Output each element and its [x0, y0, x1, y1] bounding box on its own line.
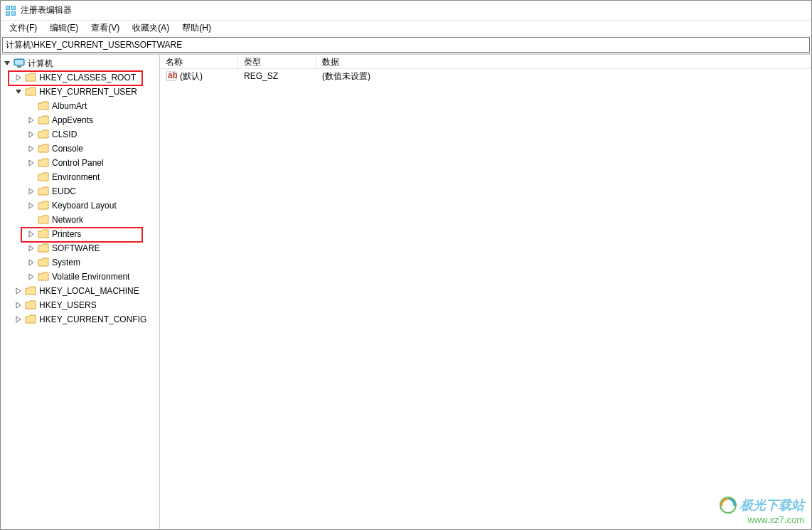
list-header: 名称 类型 数据: [160, 55, 811, 69]
tree-node-hkcc[interactable]: HKEY_CURRENT_CONFIG: [1, 312, 159, 327]
tree-node-volatile[interactable]: Volatile Environment: [1, 270, 159, 284]
expander-closed-icon[interactable]: [26, 115, 36, 125]
value-type: REG_SZ: [238, 71, 316, 81]
tree-node-appevents[interactable]: AppEvents: [1, 113, 159, 127]
tree-label: AppEvents: [52, 115, 93, 125]
tree-label: Volatile Environment: [52, 272, 129, 282]
tree-node-computer[interactable]: 计算机: [1, 56, 159, 70]
tree-label: CLSID: [52, 129, 77, 139]
folder-icon: [38, 158, 49, 168]
svg-rect-5: [12, 6, 15, 9]
folder-icon: [38, 172, 49, 182]
tree-label: AlbumArt: [52, 101, 87, 111]
value-name-cell: ab (默认): [160, 70, 238, 83]
col-header-name[interactable]: 名称: [160, 55, 238, 68]
titlebar: 注册表编辑器: [1, 1, 811, 21]
tree-label: Keyboard Layout: [52, 201, 117, 211]
svg-rect-6: [6, 12, 9, 15]
svg-text:ab: ab: [168, 70, 177, 80]
menu-file[interactable]: 文件(F): [4, 21, 43, 36]
tree-node-clsid[interactable]: CLSID: [1, 127, 159, 142]
expander-closed-icon[interactable]: [14, 314, 23, 324]
list-body: ab (默认) REG_SZ (数值未设置): [160, 69, 811, 83]
tree-label: Environment: [52, 172, 100, 182]
value-data: (数值未设置): [316, 70, 811, 83]
tree-label-hkcr: HKEY_CLASSES_ROOT: [39, 73, 136, 83]
tree-node-keyboard[interactable]: Keyboard Layout: [1, 198, 159, 213]
menu-help[interactable]: 帮助(H): [176, 21, 217, 36]
expander-closed-icon[interactable]: [14, 286, 23, 296]
tree-node-software[interactable]: SOFTWARE: [1, 241, 159, 255]
tree-node-hku[interactable]: HKEY_USERS: [1, 298, 159, 312]
expander-closed-icon[interactable]: [26, 186, 36, 196]
folder-icon: [25, 300, 36, 310]
folder-icon: [38, 215, 49, 225]
expander-open-icon[interactable]: [14, 87, 23, 97]
svg-rect-9: [15, 60, 23, 65]
folder-icon: [25, 73, 36, 83]
folder-icon: [38, 201, 49, 211]
folder-icon: [38, 129, 49, 139]
tree-node-network[interactable]: Network: [1, 213, 159, 227]
tree-label: System: [52, 258, 80, 267]
tree-node-controlpanel[interactable]: Control Panel: [1, 156, 159, 170]
folder-icon: [38, 258, 49, 267]
expander-closed-icon[interactable]: [26, 243, 36, 253]
tree-node-hkcr[interactable]: HKEY_CLASSES_ROOT: [1, 70, 159, 85]
col-header-type[interactable]: 类型: [238, 55, 316, 68]
tree-node-hklm[interactable]: HKEY_LOCAL_MACHINE: [1, 284, 159, 298]
expander-closed-icon[interactable]: [26, 158, 36, 168]
tree-label-computer: 计算机: [28, 58, 53, 70]
tree-node-hkcu[interactable]: HKEY_CURRENT_USER: [1, 85, 159, 99]
menu-edit[interactable]: 编辑(E): [44, 21, 84, 36]
folder-icon: [38, 101, 49, 111]
expander-closed-icon[interactable]: [26, 201, 36, 211]
tree-label: SOFTWARE: [52, 243, 100, 253]
menu-favorites[interactable]: 收藏夹(A): [127, 21, 175, 36]
svg-rect-4: [6, 6, 9, 9]
tree-node-printers[interactable]: Printers: [1, 227, 159, 241]
content-area: 计算机 HKEY_CLASSES_ROOT HKEY_CURRENT_USER …: [1, 53, 811, 529]
expander-open-icon[interactable]: [2, 58, 12, 68]
tree-label-hklm: HKEY_LOCAL_MACHINE: [39, 286, 139, 296]
svg-rect-10: [17, 66, 21, 68]
values-pane[interactable]: 名称 类型 数据 ab (默认) REG_SZ: [160, 55, 811, 529]
tree-node-console[interactable]: Console: [1, 142, 159, 156]
folder-icon: [38, 243, 49, 253]
folder-icon: [25, 314, 36, 324]
tree-label-hku: HKEY_USERS: [39, 300, 97, 310]
tree-node-environment[interactable]: Environment: [1, 170, 159, 184]
folder-icon: [38, 229, 49, 239]
expander-closed-icon[interactable]: [26, 272, 36, 282]
registry-tree: 计算机 HKEY_CLASSES_ROOT HKEY_CURRENT_USER …: [1, 56, 159, 327]
address-bar[interactable]: [2, 37, 810, 53]
value-row-default[interactable]: ab (默认) REG_SZ (数值未设置): [160, 69, 811, 83]
col-header-data[interactable]: 数据: [316, 55, 811, 68]
computer-icon: [14, 58, 25, 68]
expander-closed-icon[interactable]: [14, 73, 23, 83]
svg-rect-7: [12, 12, 15, 15]
folder-icon: [25, 286, 36, 296]
value-name: (默认): [180, 70, 203, 83]
tree-label-hkcc: HKEY_CURRENT_CONFIG: [39, 314, 146, 324]
folder-icon: [25, 87, 36, 97]
tree-label: EUDC: [52, 186, 76, 196]
window-title: 注册表编辑器: [21, 4, 72, 16]
tree-node-albumart[interactable]: AlbumArt: [1, 99, 159, 113]
tree-node-eudc[interactable]: EUDC: [1, 184, 159, 198]
expander-closed-icon[interactable]: [26, 129, 36, 139]
menu-view[interactable]: 查看(V): [85, 21, 125, 36]
tree-pane[interactable]: 计算机 HKEY_CLASSES_ROOT HKEY_CURRENT_USER …: [1, 55, 160, 529]
folder-icon: [38, 272, 49, 282]
expander-closed-icon[interactable]: [14, 300, 23, 310]
tree-label: Printers: [52, 229, 81, 239]
expander-closed-icon[interactable]: [26, 144, 36, 154]
app-icon: [5, 5, 16, 16]
folder-icon: [38, 186, 49, 196]
tree-node-system[interactable]: System: [1, 255, 159, 270]
address-input[interactable]: [6, 40, 806, 50]
reg-sz-icon: ab: [166, 70, 177, 82]
tree-label-hkcu: HKEY_CURRENT_USER: [39, 87, 137, 97]
expander-closed-icon[interactable]: [26, 258, 36, 267]
expander-closed-icon[interactable]: [26, 229, 36, 239]
